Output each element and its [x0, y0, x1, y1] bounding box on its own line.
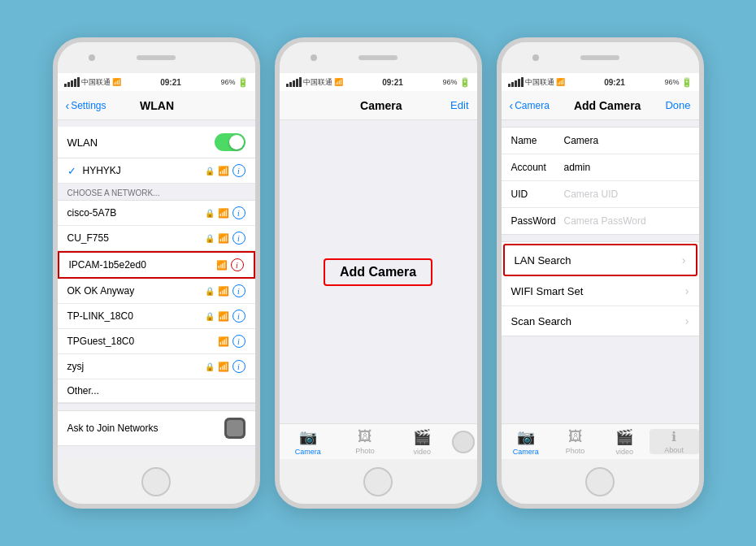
screen-camera-list: 中国联通 📶 09:21 96% 🔋 Camera Edit Add Camer… [280, 73, 477, 459]
nav-title-1: WLAN [140, 99, 174, 112]
tab-camera-3[interactable]: 📷 Camera [502, 428, 551, 456]
edit-button[interactable]: Edit [450, 99, 468, 111]
time-3: 09:21 [604, 78, 625, 87]
network-item-4[interactable]: TPGuest_18C0 📶 i [58, 329, 255, 354]
s3 [71, 80, 73, 87]
wifi-smart-item[interactable]: WIFI Smart Set › [502, 276, 699, 306]
field-account-label: Account [511, 162, 564, 173]
video-tab-icon-2: 🎬 [413, 428, 431, 446]
tab-video-2[interactable]: 🎬 video [393, 428, 450, 456]
signal-2 [286, 77, 302, 87]
tab-about-3[interactable]: ℹ About [650, 429, 699, 454]
home-button-1[interactable] [141, 467, 171, 496]
s4 [74, 79, 76, 87]
tab-bar-3: 📷 Camera 🖼 Photo 🎬 video ℹ About [502, 423, 699, 459]
ssid-ipcam: IPCAM-1b5e2ed0 [69, 259, 146, 271]
lan-search-item[interactable]: LAN Search › [503, 244, 697, 276]
ssid-4: TPGuest_18C0 [67, 336, 135, 347]
info-icon-connected[interactable]: i [232, 164, 245, 177]
status-bar-2: 中国联通 📶 09:21 96% 🔋 [280, 73, 477, 91]
ssid-3: TP-LINK_18C0 [67, 310, 133, 322]
camera-tab-label-2: Camera [295, 448, 321, 456]
screen-wlan: 中国联通 📶 09:21 96% 🔋 ‹ Settings WLAN WLAN [58, 73, 255, 459]
wifi-3-icon: 📶 [556, 78, 565, 86]
back-settings[interactable]: ‹ Settings [66, 99, 106, 112]
lock-5: 🔒 [205, 362, 215, 371]
field-uid[interactable]: UID Camera UID [502, 181, 699, 208]
carrier-2: 中国联通 [303, 77, 332, 88]
add-camera-button[interactable]: Add Camera [324, 258, 432, 286]
field-account[interactable]: Account admin [502, 154, 699, 181]
icons-2: 🔒 📶 i [205, 284, 245, 297]
battery-pct-1: 96% [220, 78, 235, 86]
network-list-section: CHOOSE A NETWORK... cisco-5A7B 🔒 📶 i CU_… [58, 184, 255, 404]
network-item-2[interactable]: OK OK Anyway 🔒 📶 i [58, 279, 255, 304]
status-bar-3: 中国联通 📶 09:21 96% 🔋 [502, 73, 699, 91]
done-button[interactable]: Done [665, 99, 690, 111]
network-item-other[interactable]: Other... [58, 379, 255, 403]
icons-4: 📶 i [218, 335, 245, 348]
lock-icon: 🔒 [205, 167, 215, 176]
wlan-toggle[interactable] [215, 133, 245, 151]
wifi-1: 📶 [218, 233, 229, 244]
info-1[interactable]: i [232, 232, 245, 245]
camera-list-empty: Add Camera [280, 120, 477, 423]
field-password-label: PassWord [511, 215, 564, 227]
phone-wlan: 中国联通 📶 09:21 96% 🔋 ‹ Settings WLAN WLAN [53, 37, 260, 509]
wifi-smart-chevron: › [685, 284, 689, 297]
lan-search-label: LAN Search [515, 254, 571, 266]
tab-video-3[interactable]: 🎬 video [600, 428, 650, 456]
lock-3: 🔒 [205, 312, 215, 321]
speaker-1 [137, 55, 176, 60]
scan-search-chevron: › [685, 314, 689, 327]
field-name[interactable]: Name Camera [502, 128, 699, 154]
info-3[interactable]: i [232, 310, 245, 323]
network-item-0[interactable]: cisco-5A7B 🔒 📶 i [58, 201, 255, 226]
wlan-toggle-section: WLAN ✓ HYHYKJ 🔒 📶 i [58, 127, 255, 184]
info-ipcam[interactable]: i [231, 258, 244, 271]
home-icon-btn[interactable] [224, 418, 245, 439]
icons-ipcam: 📶 i [216, 258, 244, 271]
home-button-2[interactable] [363, 467, 393, 496]
field-password[interactable]: PassWord Camera PassWord [502, 208, 699, 234]
network-item-5[interactable]: zysj 🔒 📶 i [58, 354, 255, 379]
info-5[interactable]: i [232, 360, 245, 373]
tab-photo-3[interactable]: 🖼 Photo [550, 428, 600, 455]
time-2: 09:21 [382, 78, 403, 87]
tab-camera-2[interactable]: 📷 Camera [280, 428, 337, 456]
network-item-3[interactable]: TP-LINK_18C0 🔒 📶 i [58, 304, 255, 329]
back-camera[interactable]: ‹ Camera [510, 99, 550, 112]
chevron-left-icon: ‹ [66, 99, 70, 112]
info-2[interactable]: i [232, 284, 245, 297]
time-1: 09:21 [160, 78, 181, 87]
add-camera-content: Name Camera Account admin UID Camera UID… [502, 120, 699, 423]
front-camera-2 [311, 54, 317, 61]
chevron-left-icon-3: ‹ [510, 99, 514, 112]
nav-bar-1: ‹ Settings WLAN [58, 91, 255, 120]
info-0[interactable]: i [232, 206, 245, 219]
scan-search-item[interactable]: Scan Search › [502, 306, 699, 336]
choose-network-header: CHOOSE A NETWORK... [58, 184, 255, 200]
scan-search-label: Scan Search [511, 315, 571, 327]
ssid-2: OK OK Anyway [67, 285, 135, 297]
connected-icons: 🔒 📶 i [205, 164, 245, 177]
tab-photo-2[interactable]: 🖼 Photo [337, 428, 393, 455]
network-item-1[interactable]: CU_F755 🔒 📶 i [58, 226, 255, 251]
wifi-4: 📶 [218, 336, 229, 347]
ask-join-row: Ask to Join Networks [58, 410, 255, 446]
carrier-1: 中国联通 [81, 77, 111, 88]
wifi-3: 📶 [218, 311, 229, 322]
battery-pct-2: 96% [442, 78, 457, 86]
battery-icon-3: 🔋 [681, 77, 693, 88]
field-name-value: Camera [564, 135, 599, 146]
action-list: LAN Search › WIFI Smart Set › Scan Searc… [502, 241, 699, 336]
network-item-ipcam[interactable]: IPCAM-1b5e2ed0 📶 i [58, 251, 255, 279]
back-label-1: Settings [71, 100, 106, 111]
home-button-3[interactable] [585, 467, 615, 496]
connected-name: ✓ HYHYKJ [67, 165, 121, 177]
battery-icon-1: 🔋 [237, 77, 249, 88]
status-right-3: 96% 🔋 [664, 77, 692, 88]
signal-1 [64, 77, 80, 87]
info-4[interactable]: i [232, 335, 245, 348]
photo-tab-icon-3: 🖼 [568, 428, 583, 445]
